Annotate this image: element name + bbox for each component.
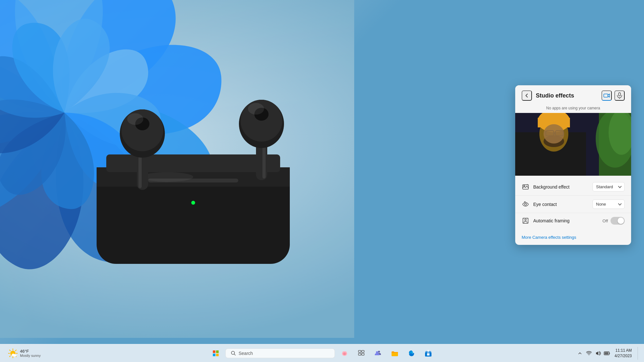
- svg-point-64: [345, 354, 346, 354]
- background-effect-icon: [522, 183, 529, 191]
- eye-contact-label: Eye contact: [533, 202, 557, 207]
- svg-rect-20: [619, 93, 620, 96]
- taskbar-center: Search: [209, 346, 435, 360]
- camera-header-icon[interactable]: [601, 90, 612, 101]
- automatic-framing-row: Automatic framing Off: [515, 213, 631, 228]
- svg-rect-53: [213, 350, 215, 353]
- svg-line-58: [234, 354, 235, 355]
- automatic-framing-icon: [522, 217, 529, 225]
- svg-point-71: [378, 351, 380, 353]
- edge-icon: [408, 350, 415, 357]
- svg-rect-70: [362, 353, 364, 355]
- airpods-image: [64, 64, 338, 274]
- battery-icon: [604, 351, 610, 356]
- teams-icon: [374, 350, 382, 357]
- automatic-framing-left: Automatic framing: [522, 217, 570, 225]
- panel-header-icons: [601, 90, 625, 101]
- background-effect-row: Background effect Standard: [515, 178, 631, 196]
- background-effect-chevron: [618, 184, 621, 188]
- taskbar: 46°F Mostly sunny: [0, 344, 644, 362]
- search-icon: [231, 351, 236, 356]
- widgets-icon-btn[interactable]: [337, 346, 352, 360]
- background-effect-label: Background effect: [533, 184, 570, 190]
- file-explorer-button[interactable]: [388, 346, 402, 360]
- clock-time: 11:11 AM: [615, 348, 632, 353]
- show-desktop-button[interactable]: [638, 347, 639, 360]
- system-clock[interactable]: 11:11 AM 4/27/2023: [613, 347, 634, 359]
- panel-settings: Background effect Standard: [515, 176, 631, 231]
- search-bar[interactable]: Search: [225, 348, 335, 358]
- eye-contact-chevron: [618, 202, 621, 205]
- svg-rect-67: [358, 350, 361, 352]
- weather-text: 46°F Mostly sunny: [20, 349, 41, 357]
- edge-button[interactable]: [404, 346, 419, 360]
- back-button[interactable]: [522, 90, 532, 101]
- automatic-framing-toggle-area: Off: [602, 217, 625, 225]
- svg-rect-3: [106, 154, 280, 172]
- panel-header: Studio effects: [515, 85, 631, 105]
- file-explorer-icon: [391, 350, 398, 357]
- eye-contact-dropdown[interactable]: None: [592, 200, 625, 209]
- svg-point-18: [248, 103, 264, 115]
- toggle-thumb: [618, 218, 624, 224]
- toggle-track[interactable]: [611, 217, 625, 225]
- svg-rect-55: [213, 354, 215, 356]
- eye-contact-row: Eye contact None: [515, 196, 631, 213]
- task-view-button[interactable]: [354, 346, 368, 360]
- svg-point-5: [191, 201, 195, 205]
- automatic-framing-value-label: Off: [602, 218, 608, 223]
- automatic-framing-toggle[interactable]: [611, 217, 625, 225]
- svg-point-52: [14, 355, 16, 357]
- weather-widget[interactable]: 46°F Mostly sunny: [5, 347, 43, 360]
- chevron-up-icon: [578, 351, 582, 355]
- weather-temperature: 46°F: [20, 349, 41, 354]
- clock-date: 4/27/2023: [615, 353, 632, 359]
- search-label: Search: [239, 351, 253, 356]
- svg-rect-69: [358, 353, 361, 355]
- svg-rect-68: [362, 350, 364, 352]
- more-camera-settings-link[interactable]: More Camera effects settings: [515, 231, 631, 245]
- background-effect-dropdown[interactable]: Standard: [592, 182, 625, 191]
- eye-contact-icon: [522, 200, 529, 208]
- svg-rect-74: [392, 352, 398, 353]
- taskbar-left: 46°F Mostly sunny: [5, 347, 43, 360]
- svg-point-36: [524, 185, 525, 187]
- start-button[interactable]: [209, 346, 223, 360]
- wifi-button[interactable]: [586, 350, 592, 357]
- eye-contact-value: None: [596, 202, 606, 207]
- studio-effects-panel: Studio effects No apps are: [515, 85, 631, 245]
- wifi-icon: [586, 350, 592, 356]
- panel-title: Studio effects: [536, 92, 598, 99]
- task-view-icon: [358, 350, 365, 357]
- weather-icon: [8, 348, 18, 358]
- svg-point-65: [343, 351, 344, 353]
- microphone-header-icon[interactable]: [614, 90, 625, 101]
- svg-rect-19: [604, 94, 608, 97]
- teams-button[interactable]: [371, 346, 385, 360]
- svg-point-37: [525, 203, 526, 205]
- svg-point-66: [345, 351, 346, 353]
- store-icon: [425, 350, 432, 357]
- background-effect-value: Standard: [596, 184, 613, 189]
- widgets-icon: [341, 349, 348, 357]
- eye-contact-left: Eye contact: [522, 200, 557, 208]
- automatic-framing-label: Automatic framing: [533, 218, 570, 223]
- svg-line-49: [15, 350, 16, 351]
- windows-logo-icon: [213, 350, 219, 356]
- svg-line-48: [10, 356, 11, 357]
- svg-rect-80: [609, 353, 610, 354]
- svg-point-62: [343, 353, 346, 355]
- store-button[interactable]: [421, 346, 435, 360]
- battery-button[interactable]: [604, 350, 610, 357]
- camera-status-text: No apps are using your camera: [515, 105, 631, 113]
- background-effect-left: Background effect: [522, 183, 570, 191]
- volume-button[interactable]: [595, 350, 601, 357]
- svg-rect-54: [216, 350, 219, 353]
- svg-point-63: [344, 354, 345, 354]
- svg-point-72: [376, 351, 378, 353]
- volume-icon: [595, 350, 601, 356]
- svg-rect-81: [604, 352, 608, 354]
- show-hidden-icons-button[interactable]: [577, 350, 583, 357]
- desktop: Studio effects No apps are: [0, 0, 644, 362]
- camera-preview: [515, 113, 631, 176]
